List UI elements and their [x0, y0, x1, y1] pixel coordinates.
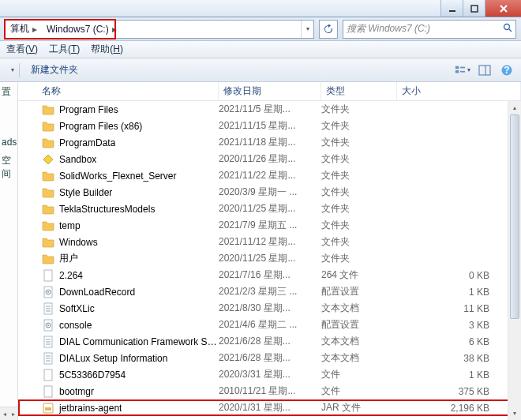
file-row[interactable]: bootmgr2010/11/21 星期...文件375 KB: [18, 383, 521, 399]
file-type: 文件夹: [321, 202, 397, 216]
file-date: 2020/11/26 星期...: [219, 152, 321, 166]
file-row[interactable]: TeklaStructuresModels2020/11/25 星期...文件夹: [18, 201, 521, 217]
maximize-button[interactable]: [463, 0, 485, 17]
svg-text:?: ?: [504, 65, 509, 76]
txt-icon: [42, 352, 54, 365]
file-date: 2021/6/28 星期...: [219, 351, 321, 365]
menu-help[interactable]: 帮助(H): [91, 43, 123, 56]
diamond-icon: [42, 153, 54, 166]
file-name: TeklaStructuresModels: [59, 204, 155, 215]
file-type: 文本文档: [321, 351, 397, 365]
view-options-button[interactable]: ▾: [455, 62, 470, 78]
svg-rect-10: [479, 66, 490, 75]
column-headers: 名称 修改日期 类型 大小: [18, 82, 521, 101]
new-folder-button[interactable]: 新建文件夹: [26, 61, 83, 79]
file-name: bootmgr: [59, 386, 94, 397]
file-type: 文件夹: [321, 252, 397, 265]
file-row[interactable]: ProgramData2021/11/18 星期...文件夹: [18, 134, 521, 151]
file-list[interactable]: Program Files2021/11/5 星期...文件夹Program F…: [18, 101, 521, 420]
svg-line-5: [509, 29, 512, 32]
file-name: Sandbox: [59, 154, 96, 165]
file-date: 2021/7/9 星期五 ...: [219, 219, 321, 232]
toolbar: ▾ 新建文件夹 ▾ ?: [0, 58, 521, 82]
nav-fragment: 空间: [0, 151, 17, 184]
file-date: 2010/11/21 星期...: [219, 384, 321, 398]
folder-icon: [42, 103, 54, 116]
file-name: Program Files: [59, 104, 118, 115]
help-icon: ?: [500, 64, 513, 77]
refresh-button[interactable]: [319, 20, 338, 39]
chevron-down-icon: ▾: [306, 25, 309, 32]
file-row[interactable]: Windows2021/11/12 星期...文件夹: [18, 234, 521, 250]
file-name: console: [59, 320, 92, 331]
search-placeholder: 搜索 Windows7 (C:): [347, 22, 430, 36]
file-row[interactable]: 5C53366D79542020/3/31 星期...文件1 KB: [18, 366, 521, 383]
file-type: JAR 文件: [321, 401, 397, 414]
file-row[interactable]: Sandbox2020/11/26 星期...文件夹: [18, 151, 521, 167]
minimize-button[interactable]: [440, 0, 463, 17]
file-row[interactable]: SolidWorks_Flexnet_Server2021/11/22 星期..…: [18, 167, 521, 184]
search-input[interactable]: 搜索 Windows7 (C:): [343, 20, 516, 39]
scroll-right-icon[interactable]: ▸: [9, 407, 17, 420]
vertical-scrollbar[interactable]: ▴ ▾: [508, 101, 521, 420]
column-name[interactable]: 名称: [18, 82, 219, 100]
file-row[interactable]: temp2021/7/9 星期五 ...文件夹: [18, 217, 521, 234]
file-date: 2021/2/3 星期三 ...: [219, 285, 321, 298]
menu-view[interactable]: 查看(V): [6, 43, 38, 56]
svg-point-4: [504, 24, 510, 30]
organize-button[interactable]: ▾: [6, 64, 19, 76]
file-row[interactable]: DownLoadRecord2021/2/3 星期三 ...配置设置1 KB: [18, 283, 521, 300]
toolbar-separator: [19, 63, 20, 77]
file-size: 0 KB: [397, 270, 521, 281]
file-row[interactable]: 2.2642021/7/16 星期...264 文件0 KB: [18, 267, 521, 283]
breadcrumb[interactable]: 算机▸: [6, 21, 42, 38]
preview-pane-icon: [478, 64, 491, 77]
file-row[interactable]: jetbrains-agent2020/1/31 星期...JAR 文件2,19…: [18, 399, 521, 416]
horizontal-scrollbar[interactable]: ◂ ▸: [0, 407, 17, 420]
file-date: 2020/3/9 星期一 ...: [219, 186, 321, 199]
ini-icon: [42, 286, 54, 298]
menu-tools[interactable]: 工具(T): [49, 43, 80, 56]
file-row[interactable]: SoftXLic2021/8/30 星期...文本文档11 KB: [18, 300, 521, 317]
file-name: ProgramData: [59, 137, 115, 148]
close-button[interactable]: [485, 0, 521, 17]
scroll-up-icon[interactable]: ▴: [508, 101, 521, 114]
folder-icon: [42, 120, 54, 133]
file-date: 2021/11/5 星期...: [219, 103, 321, 116]
navigation-pane[interactable]: 置 ads 空间 ◂ ▸: [0, 82, 18, 420]
address-dropdown[interactable]: ▾: [301, 21, 313, 38]
folder-icon: [42, 219, 54, 232]
file-row[interactable]: DIAL Communication Framework Set...2021/…: [18, 333, 521, 350]
file-row[interactable]: console2021/4/6 星期二 ...配置设置3 KB: [18, 317, 521, 333]
file-name: 2.264: [59, 270, 83, 281]
address-bar[interactable]: 算机▸ Windows7 (C:)▸ ▾: [5, 20, 314, 39]
folder-icon: [42, 236, 54, 249]
file-size: 1 KB: [397, 287, 521, 298]
file-icon: [42, 385, 54, 398]
scroll-down-icon[interactable]: ▾: [508, 407, 521, 420]
breadcrumb[interactable]: Windows7 (C:)▸: [42, 21, 122, 38]
menu-bar: 查看(V) 工具(T) 帮助(H): [0, 41, 521, 58]
preview-pane-button[interactable]: [477, 62, 493, 78]
file-size: 2,196 KB: [397, 403, 521, 414]
file-row[interactable]: 用户2020/11/25 星期...文件夹: [18, 250, 521, 267]
scroll-left-icon[interactable]: ◂: [0, 407, 9, 420]
file-date: 2021/4/6 星期二 ...: [219, 318, 321, 332]
file-name: DIALux Setup Information: [59, 353, 167, 364]
file-row[interactable]: DIALux Setup Information2021/6/28 星期...文…: [18, 350, 521, 366]
scrollbar-thumb[interactable]: [510, 114, 519, 319]
svg-point-18: [47, 291, 49, 293]
file-row[interactable]: Program Files (x86)2021/11/15 星期...文件夹: [18, 118, 521, 134]
file-row[interactable]: Style Builder2020/3/9 星期一 ...文件夹: [18, 184, 521, 201]
column-type[interactable]: 类型: [321, 82, 397, 100]
chevron-right-icon: ▸: [32, 24, 37, 35]
file-name: Style Builder: [59, 187, 112, 198]
file-row[interactable]: Program Files2021/11/5 星期...文件夹: [18, 101, 521, 118]
column-date[interactable]: 修改日期: [219, 82, 321, 100]
svg-marker-14: [43, 155, 53, 164]
help-button[interactable]: ?: [499, 62, 515, 78]
file-type: 配置设置: [321, 318, 397, 332]
file-type: 文本文档: [321, 302, 397, 315]
column-size[interactable]: 大小: [397, 82, 521, 100]
file-type: 配置设置: [321, 285, 397, 298]
